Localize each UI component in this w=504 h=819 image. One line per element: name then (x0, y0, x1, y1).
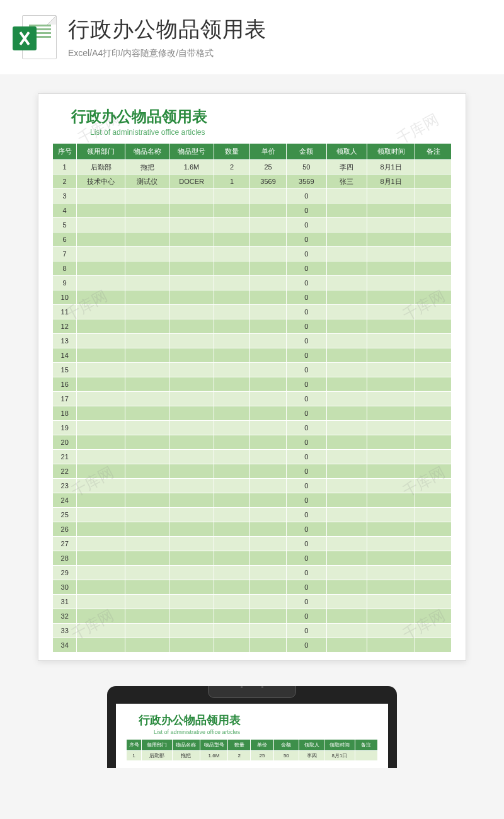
cell-dept (77, 624, 125, 638)
cell-amount: 0 (286, 203, 326, 218)
cell-name (125, 261, 169, 276)
cell-remark (415, 624, 452, 638)
cell-model (169, 290, 214, 305)
cell-model (169, 261, 214, 276)
table-row: 250 (53, 508, 452, 522)
cell-qty (214, 189, 250, 203)
cell-seq: 24 (53, 493, 77, 508)
cell-remark (415, 261, 452, 276)
cell-amount: 50 (273, 751, 299, 761)
cell-model (169, 493, 214, 508)
cell-price (250, 189, 287, 203)
table-row: 2技术中心测试仪DOCER135693569张三8月1日 (53, 175, 452, 189)
table-row: 320 (53, 609, 452, 624)
cell-time (367, 334, 415, 348)
cell-remark (355, 751, 377, 761)
table-row: 170 (53, 392, 452, 406)
cell-dept (77, 551, 125, 566)
cell-time (367, 305, 415, 319)
cell-qty (214, 537, 250, 551)
cell-price (250, 537, 287, 551)
cell-person (326, 218, 367, 232)
cell-amount: 0 (286, 305, 326, 319)
cell-price (250, 261, 287, 276)
cell-seq: 14 (53, 348, 77, 363)
table-row: 200 (53, 435, 452, 450)
cell-dept (77, 435, 125, 450)
cell-seq: 19 (53, 421, 77, 435)
cell-remark (415, 493, 452, 508)
cell-price (250, 363, 287, 377)
cell-qty (214, 493, 250, 508)
cell-price (250, 450, 287, 464)
cell-name (125, 522, 169, 537)
cell-price (250, 493, 287, 508)
cell-time: 8月1日 (324, 751, 355, 761)
cell-seq: 13 (53, 334, 77, 348)
cell-time (367, 232, 415, 247)
cell-price (250, 624, 287, 638)
cell-price (250, 377, 287, 392)
cell-price (250, 479, 287, 493)
cell-model: 1.6M (169, 160, 214, 175)
cell-person (326, 232, 367, 247)
cell-amount: 0 (286, 580, 326, 595)
cell-price (250, 232, 287, 247)
cell-model (169, 189, 214, 203)
cell-seq: 18 (53, 406, 77, 421)
cell-seq: 27 (53, 537, 77, 551)
cell-amount: 0 (286, 595, 326, 609)
cell-amount: 0 (286, 290, 326, 305)
cell-remark (415, 609, 452, 624)
cell-dept (77, 247, 125, 261)
cell-seq: 21 (53, 450, 77, 464)
cell-name (125, 479, 169, 493)
cell-amount: 0 (286, 450, 326, 464)
cell-seq: 26 (53, 522, 77, 537)
cell-price (250, 609, 287, 624)
cell-price (250, 406, 287, 421)
cell-person (326, 203, 367, 218)
cell-seq: 12 (53, 319, 77, 334)
cell-price (250, 508, 287, 522)
cell-time (367, 203, 415, 218)
cell-name (125, 580, 169, 595)
cell-model (169, 247, 214, 261)
table-row: 340 (53, 638, 452, 653)
cell-person (326, 537, 367, 551)
table-row: 50 (53, 218, 452, 232)
cell-qty (214, 334, 250, 348)
cell-person (326, 348, 367, 363)
cell-person (326, 522, 367, 537)
column-header: 序号 (127, 740, 142, 751)
cell-price (250, 464, 287, 479)
cell-time (367, 435, 415, 450)
cell-seq: 1 (53, 160, 77, 175)
cell-model (169, 319, 214, 334)
cell-model (169, 479, 214, 493)
cell-person (326, 276, 367, 290)
cell-remark (415, 247, 452, 261)
cell-price (250, 218, 287, 232)
cell-model (169, 522, 214, 537)
cell-dept (77, 232, 125, 247)
cell-dept (77, 392, 125, 406)
column-header: 备注 (355, 740, 377, 751)
cell-dept (77, 537, 125, 551)
cell-name (125, 638, 169, 653)
cell-seq: 4 (53, 203, 77, 218)
cell-qty (214, 435, 250, 450)
cell-name (125, 377, 169, 392)
cell-dept (77, 363, 125, 377)
cell-person: 李四 (299, 751, 324, 761)
document-title: 行政办公物品领用表 (71, 106, 452, 127)
cell-person (326, 334, 367, 348)
cell-remark (415, 203, 452, 218)
cell-time (367, 348, 415, 363)
cell-price (250, 522, 287, 537)
cell-seq: 3 (53, 189, 77, 203)
cell-price: 25 (250, 160, 287, 175)
cell-dept (77, 261, 125, 276)
cell-seq: 6 (53, 232, 77, 247)
cell-name (125, 508, 169, 522)
